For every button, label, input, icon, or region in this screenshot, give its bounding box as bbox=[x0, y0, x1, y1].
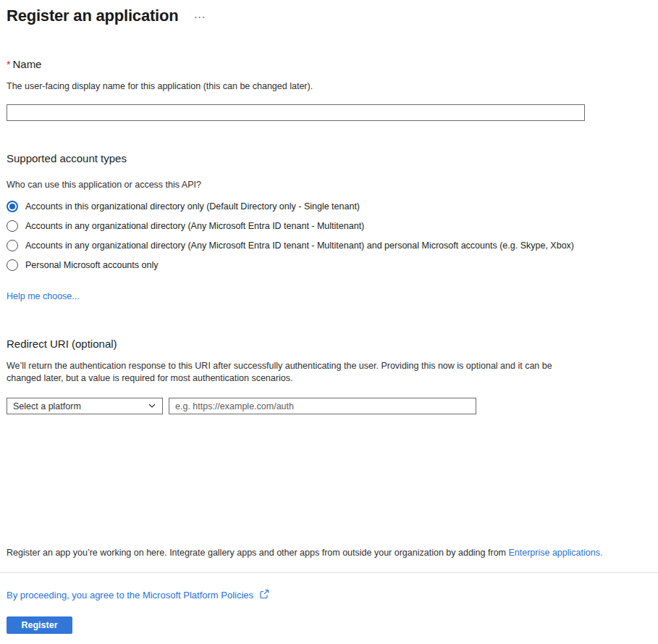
required-asterisk: * bbox=[7, 59, 10, 70]
redirect-uri-description: We’ll return the authentication response… bbox=[7, 360, 582, 385]
page-header: Register an application ··· bbox=[7, 6, 658, 26]
radio-option-multitenant[interactable]: Accounts in any organizational directory… bbox=[7, 220, 658, 233]
name-label-text: Name bbox=[12, 58, 41, 70]
register-info-prefix: Register an app you’re working on here. … bbox=[7, 548, 508, 558]
account-types-radio-group: Accounts in this organizational director… bbox=[7, 201, 658, 272]
account-types-question: Who can use this application or access t… bbox=[7, 179, 658, 191]
name-description: The user-facing display name for this ap… bbox=[7, 80, 658, 93]
radio-icon[interactable] bbox=[7, 201, 18, 212]
chevron-down-icon bbox=[148, 400, 156, 413]
radio-icon[interactable] bbox=[7, 220, 18, 232]
supported-account-types-section: Supported account types Who can use this… bbox=[7, 152, 658, 302]
register-application-page: Register an application ··· *Name The us… bbox=[0, 0, 658, 634]
redirect-uri-heading: Redirect URI (optional) bbox=[7, 338, 658, 350]
redirect-uri-controls: Select a platform bbox=[7, 398, 658, 414]
account-types-heading: Supported account types bbox=[7, 152, 658, 164]
policies-line: By proceeding, you agree to the Microsof… bbox=[7, 589, 658, 601]
external-link-icon bbox=[259, 589, 269, 601]
radio-label: Accounts in this organizational director… bbox=[25, 201, 360, 213]
platform-select-value: Select a platform bbox=[13, 401, 81, 411]
redirect-uri-input[interactable] bbox=[169, 398, 476, 414]
register-info-text: Register an app you’re working on here. … bbox=[7, 548, 658, 558]
radio-option-personal-only[interactable]: Personal Microsoft accounts only bbox=[7, 259, 658, 272]
enterprise-applications-link[interactable]: Enterprise applications. bbox=[508, 548, 602, 558]
register-button[interactable]: Register bbox=[7, 616, 72, 634]
radio-icon[interactable] bbox=[7, 240, 18, 251]
name-input[interactable] bbox=[7, 104, 585, 121]
radio-option-multitenant-personal[interactable]: Accounts in any organizational directory… bbox=[7, 240, 658, 252]
name-section: *Name The user-facing display name for t… bbox=[7, 58, 658, 121]
radio-label: Accounts in any organizational directory… bbox=[25, 220, 364, 233]
radio-option-single-tenant[interactable]: Accounts in this organizational director… bbox=[7, 201, 658, 213]
more-options-icon[interactable]: ··· bbox=[194, 6, 206, 22]
redirect-uri-section: Redirect URI (optional) We’ll return the… bbox=[7, 338, 658, 414]
platform-policies-link[interactable]: By proceeding, you agree to the Microsof… bbox=[7, 590, 253, 601]
name-label: *Name bbox=[7, 58, 658, 70]
radio-icon[interactable] bbox=[7, 259, 18, 271]
help-me-choose-link[interactable]: Help me choose... bbox=[7, 291, 80, 301]
radio-label: Personal Microsoft accounts only bbox=[25, 259, 158, 272]
radio-label: Accounts in any organizational directory… bbox=[25, 240, 574, 252]
page-title: Register an application bbox=[7, 6, 178, 26]
platform-select[interactable]: Select a platform bbox=[7, 398, 163, 414]
footer-divider bbox=[0, 572, 658, 573]
